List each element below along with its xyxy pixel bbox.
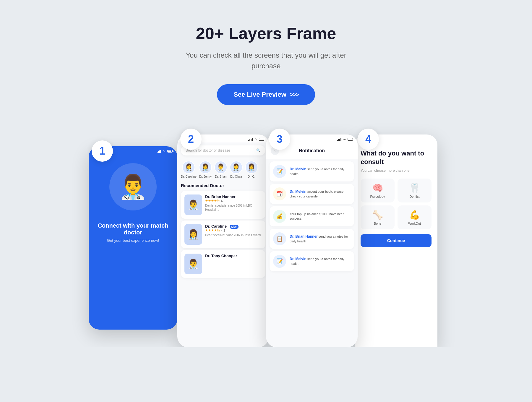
notif-icon-3: 💰 [273, 210, 286, 223]
doctors-row: 👩‍⚕️ Dr. Caroline 👩‍⚕️ Dr. Jenny 👨‍⚕️ Dr… [177, 158, 269, 181]
screen-3-wrapper: 3 :41 ∿ ‹ Notification [266, 134, 358, 347]
doc-info-3: Dr. Tony Chooper [205, 254, 237, 274]
workout-icon: 💪 [409, 210, 420, 220]
psycology-icon: 🧠 [372, 183, 383, 193]
signal-icon-2 [248, 138, 253, 141]
screen-number-1: 1 [92, 140, 113, 162]
stars-1: ★★★★½4.5 [205, 199, 262, 203]
consult-item-dentist[interactable]: 🦷 Dentist [398, 179, 432, 202]
consult-item-workout[interactable]: 💪 WorkOut [398, 205, 432, 229]
battery-icon [167, 150, 173, 153]
notification-1: 📝 Dr. Melvin send you a notes for daily … [270, 161, 354, 181]
notif-icon-4: 📋 [273, 232, 286, 245]
workout-label: WorkOut [408, 222, 421, 225]
phone-screen-3: :41 ∿ ‹ Notification 📝 [266, 134, 358, 347]
avatar-circle: 👩‍⚕️ [199, 161, 212, 174]
notif-text-5: Dr. Melvin send you a notes for daily he… [290, 257, 351, 266]
doc-name: Dr. Brian [215, 175, 226, 178]
doctor-card-2[interactable]: 👩‍⚕️ Dr. Caroline Live ★★★★½4.5 Heart sp… [181, 221, 265, 248]
doctor-card-3[interactable]: 👨‍⚕️ Dr. Tony Chooper [181, 250, 265, 278]
hero-subtitle: You can check all the screens that you w… [177, 50, 355, 71]
psycology-label: Psycology [370, 195, 385, 198]
dentist-icon: 🦷 [409, 183, 420, 193]
notification-4: 📋 Dr. Brian Hanner send you a notes for … [270, 229, 354, 249]
wifi-icon: ∿ [163, 149, 166, 153]
screen-1-wrapper: 1 :41 ∿ 👨‍⚕️ Connect with your match d [89, 146, 177, 330]
doc-info-2: Dr. Caroline Live ★★★★½4.5 Heart special… [205, 224, 262, 245]
screen-4-wrapper: 4 What do you want to consult You can ch… [355, 134, 437, 347]
notif-icon-5: 📝 [273, 255, 286, 268]
doctor-avatar: 👨‍⚕️ [109, 163, 157, 210]
status-icons-3: ∿ [337, 137, 353, 141]
screen4-title: What do you want to consult [361, 149, 432, 166]
notif-icon-2: 📅 [273, 187, 286, 200]
doc-name: Dr. C. [248, 175, 255, 178]
doc-name: Dr. Clara [230, 175, 242, 178]
doc-photo-2: 👩‍⚕️ [184, 224, 202, 245]
search-icon[interactable]: 🔍 [256, 148, 261, 153]
screen4-subtitle: You can choose more than one [361, 168, 432, 173]
live-preview-button[interactable]: See Live Preview >>> [217, 84, 315, 105]
consult-item-bone[interactable]: 🦴 Bone [361, 205, 395, 229]
doctor-avatar-1: 👩‍⚕️ Dr. Caroline [181, 161, 197, 178]
notif-text-4: Dr. Brian Hanner send you a notes for da… [290, 234, 351, 244]
notif-text-1: Dr. Melvin send you a notes for daily he… [290, 167, 351, 176]
battery-icon-2 [259, 138, 264, 141]
doc-photo-3: 👨‍⚕️ [184, 254, 202, 274]
continue-button[interactable]: Continue [361, 234, 432, 247]
screen1-sub-text: Get your best experience now! [95, 238, 171, 243]
wifi-icon-3: ∿ [343, 137, 346, 141]
screen1-main-text: Connect with your match doctor [95, 222, 171, 236]
doc-card-name-3: Dr. Tony Chooper [205, 254, 237, 258]
notification-2: 📅 Dr. Melvin accept your book. please ch… [270, 184, 354, 204]
section-title: Recomended Doctor [177, 181, 269, 189]
doctor-avatar-2: 👩‍⚕️ Dr. Jenny [199, 161, 212, 178]
doc-description-1: Dentist specialist since 2008 in LBC Hos… [205, 204, 262, 212]
doctor-avatar-5: 👩‍⚕️ Dr. C. [245, 161, 258, 178]
notification-title: Notification [283, 148, 341, 153]
doc-name: Dr. Jenny [199, 175, 212, 178]
consult-item-psycology[interactable]: 🧠 Psycology [361, 179, 395, 202]
signal-icon-3 [337, 138, 341, 141]
wifi-icon-2: ∿ [254, 137, 257, 141]
status-icons-1: ∿ [157, 149, 173, 153]
phone-screen-4: What do you want to consult You can choo… [355, 134, 437, 347]
consult-grid: 🧠 Psycology 🦷 Dentist 🦴 Bone 💪 WorkOut [361, 179, 432, 229]
screen-number-4: 4 [358, 129, 379, 150]
phone-screen-1: :41 ∿ 👨‍⚕️ Connect with your match docto… [89, 146, 177, 330]
bone-icon: 🦴 [372, 210, 383, 220]
doc-photo-1: 👨‍⚕️ [184, 194, 202, 215]
live-badge: Live [230, 225, 239, 229]
screen-2-wrapper: 2 :41 ∿ Search for doctor or disease [177, 134, 269, 347]
screen1-text-block: Connect with your match doctor Get your … [89, 216, 177, 249]
doc-card-name-1: Dr. Brian Hanner [205, 194, 262, 199]
bone-label: Bone [374, 222, 382, 225]
doc-description-2: Heart specialist since 2007 in Texas Mia… [205, 233, 262, 241]
preview-btn-label: See Live Preview [233, 91, 286, 98]
arrows-icon: >>> [290, 91, 299, 98]
notification-5: 📝 Dr. Melvin send you a notes for daily … [270, 251, 354, 271]
screen-number-3: 3 [269, 129, 290, 150]
dentist-label: Dentist [409, 195, 419, 198]
doctor-avatar-3: 👨‍⚕️ Dr. Brian [214, 161, 227, 178]
hero-section: 20+ Layers Frame You can check all the s… [0, 0, 532, 123]
phone-screen-2: :41 ∿ Search for doctor or disease 🔍 [177, 134, 269, 347]
status-icons-2: ∿ [248, 137, 264, 141]
hero-title: 20+ Layers Frame [6, 24, 526, 43]
notif-text-3: Your top up balance $1000 have been succ… [290, 212, 351, 221]
signal-icon [157, 150, 161, 153]
screen-number-2: 2 [180, 129, 202, 150]
notif-text-2: Dr. Melvin accept your book. please chec… [290, 189, 351, 199]
avatar-circle: 👨‍⚕️ [214, 161, 227, 174]
doctor-avatar-4: 👩‍⚕️ Dr. Clara [230, 161, 243, 178]
screens-row: 1 :41 ∿ 👨‍⚕️ Connect with your match d [0, 123, 532, 347]
screen4-content: What do you want to consult You can choo… [355, 134, 437, 253]
stars-2: ★★★★½4.5 [205, 228, 262, 232]
avatar-circle: 👩‍⚕️ [245, 161, 258, 174]
battery-icon-3 [348, 138, 353, 141]
notif-icon-1: 📝 [273, 165, 286, 178]
avatar-circle: 👩‍⚕️ [182, 161, 195, 174]
avatar-circle: 👩‍⚕️ [230, 161, 243, 174]
doc-card-name-2: Dr. Caroline Live [205, 224, 262, 228]
doctor-card-1[interactable]: 👨‍⚕️ Dr. Brian Hanner ★★★★½4.5 Dentist s… [181, 191, 265, 219]
